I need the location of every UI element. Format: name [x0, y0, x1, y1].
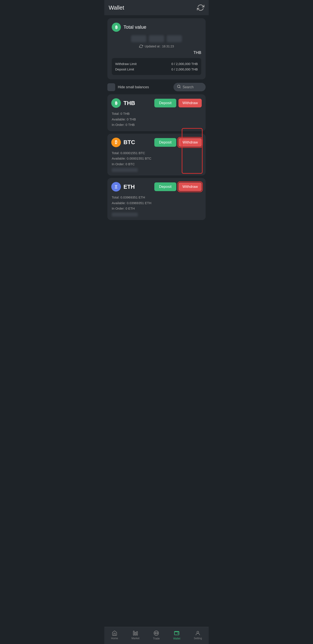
eth-coin-icon: Ξ — [111, 182, 121, 192]
blur-block-2 — [149, 35, 164, 42]
thb-total: Total: 0 THB — [112, 111, 202, 116]
nav-item-market[interactable]: Market — [129, 630, 142, 641]
withdraw-limit-label: Withdraw Limit — [115, 62, 136, 66]
btc-in-order: In Order: 0 BTC — [112, 161, 202, 167]
nav-item-home[interactable]: Home — [108, 630, 121, 641]
limits-box: Withdraw Limit 0 / 2,000,000 THB Deposit… — [112, 58, 201, 75]
blur-block-3 — [167, 35, 182, 42]
btc-total: Total: 0.00001551 BTC — [112, 150, 202, 156]
thb-withdraw-button[interactable]: Withdraw — [178, 99, 202, 108]
btc-withdraw-button[interactable]: Withdraw — [178, 138, 202, 147]
nav-label-market: Market — [132, 637, 140, 640]
eth-in-order: In Order: 0 ETH — [112, 206, 202, 211]
bottom-nav: Home Market Trade Wallet Setting — [104, 627, 209, 644]
hide-balances-label: Hide small balances — [118, 85, 171, 89]
filter-row: Hide small balances — [108, 83, 206, 91]
total-value-label: Total value — [124, 24, 146, 30]
svg-point-7 — [197, 631, 199, 633]
btc-balance-details: Total: 0.00001551 BTC Available: 0.00001… — [111, 150, 202, 172]
main-content: ฿ Total value Updated at : 16:31:23 THB … — [104, 15, 209, 240]
eth-card: Ξ ETH Deposit Withdraw Total: 0.03969351… — [108, 178, 206, 220]
eth-card-header: Ξ ETH Deposit Withdraw — [111, 182, 202, 192]
nav-label-trade: Trade — [153, 637, 160, 640]
btc-card-header: ₿ BTC Deposit Withdraw — [111, 138, 202, 147]
nav-item-wallet[interactable]: Wallet — [171, 629, 183, 641]
search-icon — [177, 84, 181, 90]
withdraw-limit-row: Withdraw Limit 0 / 2,000,000 THB — [115, 61, 198, 66]
nav-item-setting[interactable]: Setting — [191, 630, 204, 641]
total-value-header: ฿ Total value — [112, 22, 201, 32]
refresh-icon[interactable] — [197, 4, 204, 11]
btc-available: Available: 0.00001551 BTC — [112, 156, 202, 161]
svg-rect-3 — [135, 632, 136, 635]
deposit-limit-row: Deposit Limit 0 / 2,000,000 THB — [115, 66, 198, 72]
thb-symbol: THB — [124, 100, 135, 106]
btc-deposit-button[interactable]: Deposit — [154, 138, 176, 147]
eth-deposit-button[interactable]: Deposit — [154, 182, 176, 191]
btc-blurred-row — [112, 168, 138, 172]
eth-action-buttons: Deposit Withdraw — [154, 182, 202, 191]
btc-coin-icon: ₿ — [111, 138, 121, 147]
btc-name-row: ₿ BTC — [111, 138, 135, 147]
refresh-small-icon — [139, 44, 143, 48]
thb-action-buttons: Deposit Withdraw — [154, 99, 202, 108]
update-time-text: Updated at : 16:31:23 — [145, 44, 174, 48]
deposit-limit-value: 0 / 2,000,000 THB — [172, 68, 198, 71]
thb-card-header: ฿ THB Deposit Withdraw — [111, 98, 202, 108]
search-box[interactable] — [174, 83, 206, 91]
eth-name-row: Ξ ETH — [111, 182, 135, 192]
nav-item-trade[interactable]: Trade — [150, 629, 162, 641]
wallet-icon — [174, 630, 180, 636]
blurred-amount — [112, 35, 201, 42]
eth-blurred-row — [112, 213, 138, 216]
withdraw-limit-value: 0 / 2,000,000 THB — [172, 62, 198, 66]
trade-icon — [153, 630, 159, 636]
eth-balance-details: Total: 0.03969351 ETH Available: 0.03969… — [111, 194, 202, 216]
thb-available: Available: 0 THB — [112, 116, 202, 122]
home-icon — [112, 630, 118, 636]
btc-symbol: BTC — [124, 139, 135, 146]
eth-available: Available: 0.03969351 ETH — [112, 200, 202, 206]
thb-name-row: ฿ THB — [111, 98, 135, 108]
blur-block-1 — [131, 35, 146, 42]
thb-in-order: In Order: 0 THB — [112, 122, 202, 128]
svg-rect-2 — [134, 631, 134, 635]
svg-point-6 — [178, 633, 178, 633]
setting-icon — [195, 630, 200, 636]
update-time: Updated at : 16:31:23 — [112, 44, 201, 48]
thb-balance-details: Total: 0 THB Available: 0 THB In Order: … — [111, 111, 202, 128]
thb-coin-icon: ฿ — [111, 98, 121, 108]
thb-card: ฿ THB Deposit Withdraw Total: 0 THB Avai… — [108, 94, 206, 131]
btc-action-buttons: Deposit Withdraw — [154, 138, 202, 147]
eth-withdraw-button[interactable]: Withdraw — [178, 182, 202, 191]
thb-icon: ฿ — [112, 22, 121, 32]
svg-line-1 — [180, 87, 180, 88]
nav-label-home: Home — [111, 637, 118, 640]
nav-label-wallet: Wallet — [173, 637, 180, 640]
search-input[interactable] — [182, 85, 202, 89]
currency-label: THB — [112, 50, 201, 55]
btc-card: ₿ BTC Deposit Withdraw Total: 0.00001551… — [108, 134, 206, 176]
page-title: Wallet — [109, 4, 124, 11]
total-value-card: ฿ Total value Updated at : 16:31:23 THB … — [108, 18, 206, 79]
eth-symbol: ETH — [124, 184, 135, 190]
app-header: Wallet — [104, 0, 209, 15]
svg-rect-4 — [137, 632, 138, 635]
thb-deposit-button[interactable]: Deposit — [154, 99, 176, 108]
market-icon — [132, 630, 138, 636]
hide-balances-checkbox[interactable] — [108, 83, 115, 91]
nav-label-setting: Setting — [194, 637, 202, 640]
deposit-limit-label: Deposit Limit — [115, 68, 134, 71]
eth-total: Total: 0.03969351 ETH — [112, 194, 202, 200]
